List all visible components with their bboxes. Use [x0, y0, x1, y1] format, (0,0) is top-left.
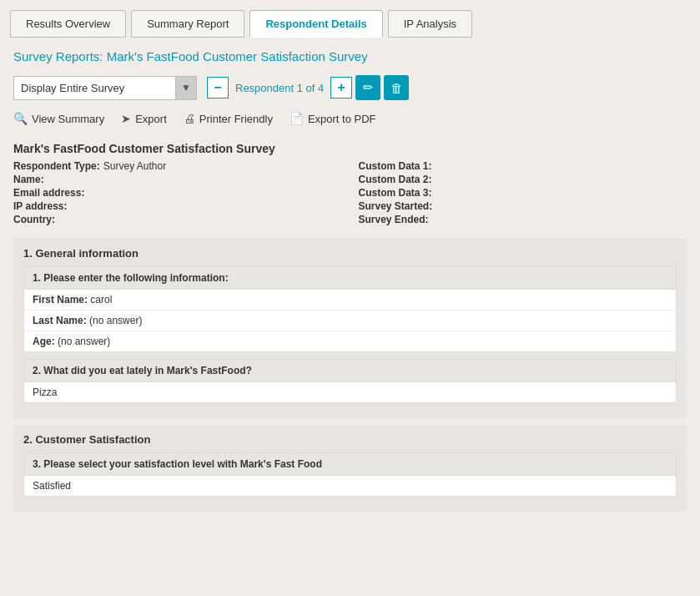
- section-general-info: 1. General information1. Please enter th…: [13, 239, 687, 418]
- answer-value: (no answer): [89, 315, 142, 326]
- question-block-q3: 3. Please select your satisfaction level…: [23, 452, 677, 497]
- survey-select[interactable]: Display Entire Survey: [13, 76, 197, 100]
- answer-value: Satisfied: [33, 480, 71, 492]
- prev-respondent-button[interactable]: −: [207, 77, 229, 98]
- answer-label: Last Name:: [33, 315, 89, 326]
- question-row: Pizza: [24, 382, 676, 402]
- respondent-type-value: Survey Author: [103, 160, 166, 172]
- printer-friendly-label: Printer Friendly: [199, 113, 273, 125]
- printer-icon: 🖨: [184, 112, 195, 125]
- tab-respondent-details[interactable]: Respondent Details: [249, 10, 382, 38]
- section-customer-satisfaction: 2. Customer Satisfaction3. Please select…: [13, 425, 687, 512]
- printer-friendly-link[interactable]: 🖨 Printer Friendly: [184, 112, 273, 125]
- answer-label: First Name:: [33, 294, 90, 306]
- sections-container: 1. General information1. Please enter th…: [0, 239, 700, 512]
- custom-data-1-row: Custom Data 1:: [359, 160, 687, 172]
- survey-dropdown-wrap: Display Entire Survey ▼: [13, 76, 197, 100]
- custom-data-3-label: Custom Data 3:: [359, 187, 432, 199]
- country-row: Country:: [13, 214, 342, 225]
- next-respondent-button[interactable]: +: [330, 77, 352, 98]
- info-grid: Respondent Type: Survey Author Custom Da…: [13, 160, 687, 225]
- action-links: 🔍 View Summary ➤ Export 🖨 Printer Friend…: [0, 109, 700, 134]
- section-title-customer-satisfaction: 2. Customer Satisfaction: [23, 433, 677, 446]
- question-header-q2: 2. What did you eat lately in Mark's Fas…: [24, 360, 676, 382]
- question-header-q3: 3. Please select your satisfaction level…: [24, 453, 676, 476]
- respondent-label: Respondent 1 of 4: [232, 82, 327, 94]
- question-row: Age: (no answer): [24, 331, 676, 351]
- ip-row: IP address:: [13, 200, 342, 212]
- question-row: First Name: carol: [24, 290, 676, 311]
- country-label: Country:: [13, 214, 55, 225]
- custom-data-1-label: Custom Data 1:: [359, 160, 432, 172]
- answer-label: Age:: [33, 336, 58, 347]
- answer-value: carol: [90, 294, 112, 306]
- view-summary-icon: 🔍: [13, 112, 28, 125]
- tabs-bar: Results Overview Summary Report Responde…: [0, 0, 700, 38]
- survey-info: Mark's FastFood Customer Satisfaction Su…: [0, 134, 700, 232]
- survey-started-row: Survey Started:: [359, 200, 687, 212]
- email-row: Email address:: [13, 187, 342, 199]
- section-title-general-info: 1. General information: [23, 247, 677, 260]
- survey-title: Mark's FastFood Customer Satisfaction Su…: [13, 142, 687, 155]
- survey-started-label: Survey Started:: [359, 200, 433, 212]
- email-label: Email address:: [13, 187, 84, 199]
- question-row: Last Name: (no answer): [24, 311, 676, 331]
- name-row: Name:: [13, 174, 342, 185]
- question-block-q2: 2. What did you eat lately in Mark's Fas…: [23, 359, 677, 403]
- custom-data-3-row: Custom Data 3:: [359, 187, 687, 199]
- respondent-type-row: Respondent Type: Survey Author: [13, 160, 342, 172]
- survey-ended-label: Survey Ended:: [359, 214, 429, 225]
- pdf-icon: 📄: [290, 112, 304, 125]
- custom-data-2-label: Custom Data 2:: [359, 174, 432, 185]
- question-block-q1: 1. Please enter the following informatio…: [23, 266, 677, 352]
- export-pdf-link[interactable]: 📄 Export to PDF: [290, 112, 376, 125]
- answer-value: (no answer): [58, 336, 110, 347]
- export-pdf-label: Export to PDF: [308, 113, 376, 125]
- tab-ip-analysis[interactable]: IP Analysis: [388, 10, 472, 38]
- export-icon: ➤: [121, 112, 131, 125]
- survey-ended-row: Survey Ended:: [359, 214, 687, 225]
- view-summary-label: View Summary: [32, 113, 104, 125]
- export-label: Export: [135, 113, 167, 125]
- name-label: Name:: [13, 174, 44, 185]
- export-link[interactable]: ➤ Export: [121, 112, 167, 125]
- ip-label: IP address:: [13, 200, 67, 212]
- respondent-type-label: Respondent Type:: [13, 160, 100, 172]
- page-heading: Survey Reports: Mark's FastFood Customer…: [0, 38, 700, 72]
- question-header-q1: 1. Please enter the following informatio…: [24, 267, 676, 290]
- edit-respondent-button[interactable]: ✏: [355, 75, 380, 100]
- respondent-nav: − Respondent 1 of 4 + ✏ 🗑: [207, 75, 409, 100]
- tab-results-overview[interactable]: Results Overview: [10, 10, 126, 38]
- question-row: Satisfied: [24, 476, 676, 496]
- tab-summary-report[interactable]: Summary Report: [131, 10, 244, 38]
- view-summary-link[interactable]: 🔍 View Summary: [13, 112, 104, 125]
- delete-respondent-button[interactable]: 🗑: [384, 75, 409, 100]
- answer-value: Pizza: [33, 386, 57, 398]
- custom-data-2-row: Custom Data 2:: [359, 174, 687, 185]
- toolbar-row: Display Entire Survey ▼ − Respondent 1 o…: [0, 72, 700, 109]
